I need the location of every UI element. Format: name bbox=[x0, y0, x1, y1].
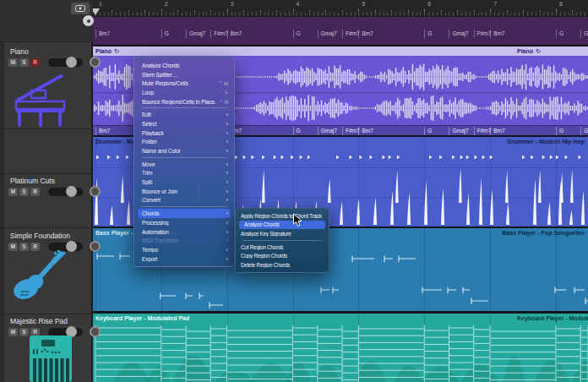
chord-label[interactable]: Bm7 bbox=[490, 30, 504, 38]
submenu-chevron-icon: › bbox=[226, 130, 228, 136]
pan-knob[interactable] bbox=[90, 326, 101, 337]
playhead-marker[interactable] bbox=[93, 8, 100, 15]
menu-item-analyze-chords[interactable]: Analyze Chords bbox=[239, 221, 325, 230]
menu-item-delete-region-chords[interactable]: Delete Region Chords bbox=[236, 260, 329, 270]
submenu-chevron-icon: › bbox=[226, 210, 228, 216]
volume-knob[interactable] bbox=[66, 57, 77, 68]
volume-knob[interactable] bbox=[66, 186, 77, 197]
submenu-chevron-icon: › bbox=[226, 220, 228, 226]
chord-label: Bm7 bbox=[490, 127, 504, 135]
menu-item-bounce-regions-cells-in-place[interactable]: Bounce Regions/Cells in Place…⌃ B bbox=[134, 97, 234, 106]
chord-label[interactable]: Gmaj7 bbox=[449, 30, 468, 38]
chord-label[interactable]: Gmaj7 bbox=[186, 30, 205, 38]
chord-label[interactable]: Gmaj7 bbox=[318, 30, 337, 38]
menu-item-name-and-color[interactable]: Name and Color› bbox=[134, 146, 234, 156]
ruler-bar-number: 8 bbox=[559, 1, 563, 7]
chord-label: G bbox=[293, 127, 301, 135]
chord-label[interactable]: Bm7 bbox=[95, 30, 110, 38]
track-name-simple-foundation[interactable]: Simple Foundation bbox=[10, 232, 70, 240]
logic-pro-window: Piano M S R Platinum Cuts M S R bbox=[0, 0, 588, 382]
submenu-chevron-icon: › bbox=[226, 121, 228, 127]
region-name: Keyboard Player - Modulated Pad bbox=[95, 315, 189, 321]
menu-item-stem-splitter[interactable]: Stem Splitter… bbox=[134, 70, 234, 79]
track-name-piano[interactable]: Piano bbox=[10, 47, 29, 56]
menu-item-loop[interactable]: LoopL bbox=[134, 88, 234, 97]
chord-label[interactable]: G bbox=[293, 30, 301, 38]
record-arm-button[interactable]: R bbox=[30, 243, 40, 251]
menu-item-edit[interactable]: Edit› bbox=[134, 110, 234, 119]
menu-item-cut-region-chords[interactable]: Cut Region Chords bbox=[236, 243, 329, 252]
volume-knob[interactable] bbox=[66, 241, 77, 252]
chord-label[interactable]: G bbox=[161, 30, 169, 38]
chord-label[interactable]: Bm7 bbox=[358, 30, 373, 38]
chord-label[interactable]: G bbox=[424, 30, 432, 38]
chord-label[interactable]: F#m7 bbox=[474, 30, 492, 38]
piano-region-header[interactable]: Piano↻ Piano↻ bbox=[93, 46, 588, 56]
solo-button[interactable]: S bbox=[19, 188, 29, 196]
chord-label[interactable]: G bbox=[556, 30, 564, 38]
submenu-chevron-icon: › bbox=[226, 161, 228, 167]
menu-item-apply-region-chords-to-chord-track[interactable]: Apply Region Chords to Chord Track bbox=[236, 211, 329, 221]
menu-item-automation[interactable]: Automation› bbox=[134, 227, 234, 237]
record-arm-button[interactable]: R bbox=[30, 188, 40, 196]
volume-slider[interactable] bbox=[48, 188, 83, 196]
submenu-chevron-icon: › bbox=[226, 188, 228, 194]
keyboard-region[interactable]: Keyboard Player - Modulated Pad Keyboard… bbox=[93, 314, 588, 382]
chord-label[interactable]: Bm7 bbox=[227, 30, 242, 38]
mute-button[interactable]: M bbox=[8, 188, 18, 196]
menu-item-analyze-chords[interactable]: Analyze Chords bbox=[134, 61, 234, 70]
menu-item-select[interactable]: Select› bbox=[134, 119, 234, 128]
volume-slider[interactable] bbox=[48, 243, 83, 251]
track-header-view-button[interactable] bbox=[71, 3, 90, 14]
bar-ruler[interactable]: 12345678 bbox=[93, 0, 588, 17]
menu-item-playback[interactable]: Playback› bbox=[134, 128, 234, 138]
bass-guitar-icon bbox=[7, 250, 66, 304]
chord-track[interactable]: Bm7GGmaj7F#m7Bm7GGmaj7F#m7Bm7GGmaj7F#m7B… bbox=[93, 17, 588, 46]
menu-shortcut: L bbox=[226, 90, 228, 95]
region-context-menu: Analyze ChordsStem Splitter…Mute Regions… bbox=[133, 57, 235, 267]
dot-icon bbox=[87, 19, 90, 23]
track-divider bbox=[0, 314, 93, 314]
chord-label[interactable]: F#m7 bbox=[210, 30, 228, 38]
submenu-chevron-icon: › bbox=[226, 247, 228, 253]
record-arm-button[interactable]: R bbox=[30, 58, 40, 67]
track-name-platinum-cuts[interactable]: Platinum Cuts bbox=[10, 177, 55, 185]
menu-item-tempo[interactable]: Tempo› bbox=[134, 245, 234, 254]
menu-item-export[interactable]: Export› bbox=[134, 254, 234, 264]
menu-item-trim[interactable]: Trim› bbox=[134, 169, 234, 178]
menu-item-mute-regions-cells[interactable]: Mute Regions/Cells⌃ M bbox=[134, 79, 234, 88]
ruler-bar-number: 2 bbox=[165, 1, 168, 7]
grand-piano-icon bbox=[10, 71, 71, 127]
solo-button[interactable]: S bbox=[19, 328, 29, 336]
global-tracks-toggle-button[interactable] bbox=[83, 15, 94, 26]
track-name-majestic-rise-pad[interactable]: Majestic Rise Pad bbox=[10, 317, 68, 325]
region-name: Drummer - Modern Hip Hop bbox=[508, 139, 585, 145]
mute-button[interactable]: M bbox=[8, 243, 18, 251]
menu-item-chords[interactable]: Chords› bbox=[138, 209, 231, 218]
menu-item-move[interactable]: Move› bbox=[134, 160, 234, 169]
pan-knob[interactable] bbox=[90, 186, 101, 197]
submenu-chevron-icon: › bbox=[226, 197, 228, 203]
chord-label[interactable]: Gmaj7 bbox=[580, 30, 588, 38]
menu-item-folder[interactable]: Folder› bbox=[134, 138, 234, 147]
menu-item-midi-transform[interactable]: MIDI Transform› bbox=[134, 236, 234, 245]
chord-label: Bm7 bbox=[358, 127, 373, 135]
menu-item-processing[interactable]: Processing› bbox=[134, 218, 234, 227]
menu-item-convert[interactable]: Convert› bbox=[134, 196, 234, 205]
mute-button[interactable]: M bbox=[8, 328, 18, 336]
pan-knob[interactable] bbox=[90, 57, 101, 68]
solo-button[interactable]: S bbox=[19, 243, 29, 251]
submenu-chevron-icon: › bbox=[226, 139, 228, 145]
menu-item-split[interactable]: Split› bbox=[134, 177, 234, 187]
menu-item-analyze-key-signature[interactable]: Analyze Key Signature bbox=[236, 229, 329, 238]
menu-item-copy-region-chords[interactable]: Copy Region Chords bbox=[236, 251, 329, 260]
volume-slider[interactable] bbox=[48, 58, 83, 67]
chord-label[interactable]: F#m7 bbox=[342, 30, 360, 38]
pan-knob[interactable] bbox=[90, 241, 101, 252]
submenu-chevron-icon: › bbox=[226, 179, 228, 185]
mute-button[interactable]: M bbox=[8, 58, 18, 67]
solo-button[interactable]: S bbox=[19, 58, 29, 67]
menu-item-bounce-or-join[interactable]: Bounce or Join› bbox=[134, 187, 234, 196]
division-tick-marks bbox=[95, 12, 588, 16]
mouse-cursor bbox=[292, 213, 302, 227]
